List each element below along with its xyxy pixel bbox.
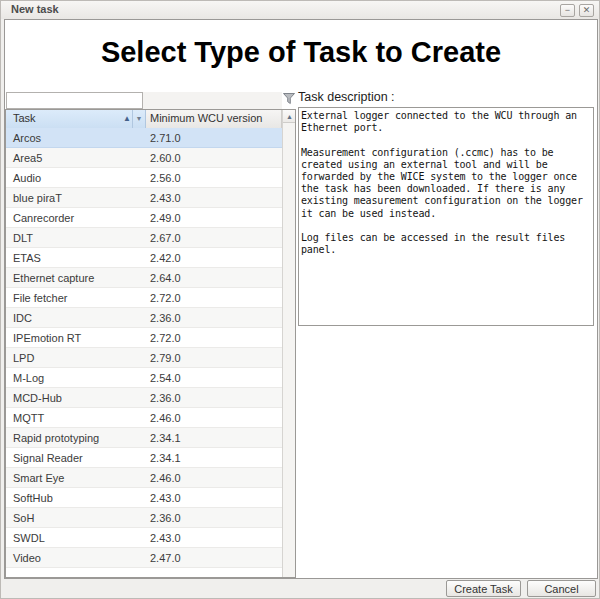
task-name-cell: Ethernet capture [6,268,146,287]
table-row[interactable]: Smart Eye2.46.0 [6,468,282,488]
cancel-button[interactable]: Cancel [527,580,596,597]
table-scrollbar[interactable]: ▲ [282,110,295,577]
table-row[interactable]: M-Log2.54.0 [6,368,282,388]
table-row[interactable]: File fetcher2.72.0 [6,288,282,308]
task-version-cell: 2.43.0 [146,488,282,507]
table-row[interactable]: Signal Reader2.34.1 [6,448,282,468]
task-version-cell: 2.36.0 [146,388,282,407]
task-name-cell: Signal Reader [6,448,146,467]
table-row[interactable]: ETAS2.42.0 [6,248,282,268]
task-name-cell: MQTT [6,408,146,427]
task-description-text: External logger connected to the WCU thr… [298,107,594,326]
task-version-cell: 2.46.0 [146,408,282,427]
table-row[interactable]: Rapid prototyping2.34.1 [6,428,282,448]
task-version-cell: 2.36.0 [146,308,282,327]
table-row[interactable]: LPD2.79.0 [6,348,282,368]
window-title: New task [11,3,59,15]
task-version-cell: 2.43.0 [146,188,282,207]
page-title: Select Type of Task to Create [5,36,597,69]
task-name-cell: Audio [6,168,146,187]
table-row[interactable]: MCD-Hub2.36.0 [6,388,282,408]
task-name-cell: SoftHub [6,488,146,507]
column-header-task-label: Task [13,112,36,124]
task-name-cell: Arcos [6,128,146,147]
task-name-cell: MCD-Hub [6,388,146,407]
column-header-version[interactable]: Minimum WCU version [146,110,282,128]
close-button[interactable]: ✕ [579,4,594,17]
table-row[interactable]: DLT2.67.0 [6,228,282,248]
task-version-cell: 2.34.1 [146,428,282,447]
table-row[interactable]: Arcos2.71.0 [6,128,282,148]
table-row[interactable]: IDC2.36.0 [6,308,282,328]
table-row[interactable]: blue piraT2.43.0 [6,188,282,208]
task-name-cell: IDC [6,308,146,327]
table-row[interactable]: SoftHub2.43.0 [6,488,282,508]
task-version-cell: 2.47.0 [146,548,282,567]
task-version-cell: 2.36.0 [146,508,282,527]
task-version-cell: 2.42.0 [146,248,282,267]
table-row[interactable]: SWDL2.43.0 [6,528,282,548]
filter-funnel-icon[interactable] [282,91,296,106]
task-name-cell: Canrecorder [6,208,146,227]
create-task-button[interactable]: Create Task [446,580,521,597]
column-dropdown-icon[interactable]: ▼ [132,110,145,128]
title-bar[interactable]: New task − ✕ [1,1,599,19]
task-version-cell: 2.46.0 [146,468,282,487]
scroll-up-icon[interactable]: ▲ [283,110,296,123]
table-row[interactable]: Video2.47.0 [6,548,282,568]
table-header: Task ▲ ▼ Minimum WCU version [6,110,282,128]
task-name-cell: ETAS [6,248,146,267]
table-row[interactable]: SoH2.36.0 [6,508,282,528]
task-name-cell: LPD [6,348,146,367]
task-name-cell: Area5 [6,148,146,167]
dialog-body: Select Type of Task to Create Task ▲ ▼ M… [4,19,598,579]
table-row[interactable]: Ethernet capture2.64.0 [6,268,282,288]
task-name-cell: Smart Eye [6,468,146,487]
new-task-dialog: { "window": { "title": "New task", "mini… [0,0,600,599]
task-version-cell: 2.43.0 [146,528,282,547]
task-version-cell: 2.34.1 [146,448,282,467]
table-row[interactable]: IPEmotion RT2.72.0 [6,328,282,348]
task-name-cell: DLT [6,228,146,247]
task-version-cell: 2.60.0 [146,148,282,167]
column-header-version-label: Minimum WCU version [150,112,262,124]
task-description-label: Task description : [298,90,395,104]
task-name-cell: IPEmotion RT [6,328,146,347]
task-name-cell: blue piraT [6,188,146,207]
task-version-cell: 2.49.0 [146,208,282,227]
table-body: Arcos2.71.0Area52.60.0Audio2.56.0blue pi… [6,128,282,568]
sort-ascending-icon: ▲ [123,114,131,123]
task-version-cell: 2.72.0 [146,328,282,347]
task-name-cell: Rapid prototyping [6,428,146,447]
task-version-cell: 2.56.0 [146,168,282,187]
table-row[interactable]: Canrecorder2.49.0 [6,208,282,228]
task-name-cell: SoH [6,508,146,527]
task-name-cell: M-Log [6,368,146,387]
table-row[interactable]: Audio2.56.0 [6,168,282,188]
column-header-task[interactable]: Task ▲ ▼ [6,110,146,128]
filter-input[interactable] [6,92,143,109]
task-table: Task ▲ ▼ Minimum WCU version Arcos2.71.0… [5,109,296,578]
task-version-cell: 2.64.0 [146,268,282,287]
table-row[interactable]: MQTT2.46.0 [6,408,282,428]
table-row[interactable]: Area52.60.0 [6,148,282,168]
task-name-cell: File fetcher [6,288,146,307]
task-name-cell: SWDL [6,528,146,547]
task-version-cell: 2.79.0 [146,348,282,367]
task-name-cell: Video [6,548,146,567]
filter-row-filler [143,92,282,109]
task-version-cell: 2.71.0 [146,128,282,147]
minimize-button[interactable]: − [560,4,575,17]
footer-bar: Create Task Cancel [1,579,600,599]
task-version-cell: 2.54.0 [146,368,282,387]
task-version-cell: 2.67.0 [146,228,282,247]
task-version-cell: 2.72.0 [146,288,282,307]
